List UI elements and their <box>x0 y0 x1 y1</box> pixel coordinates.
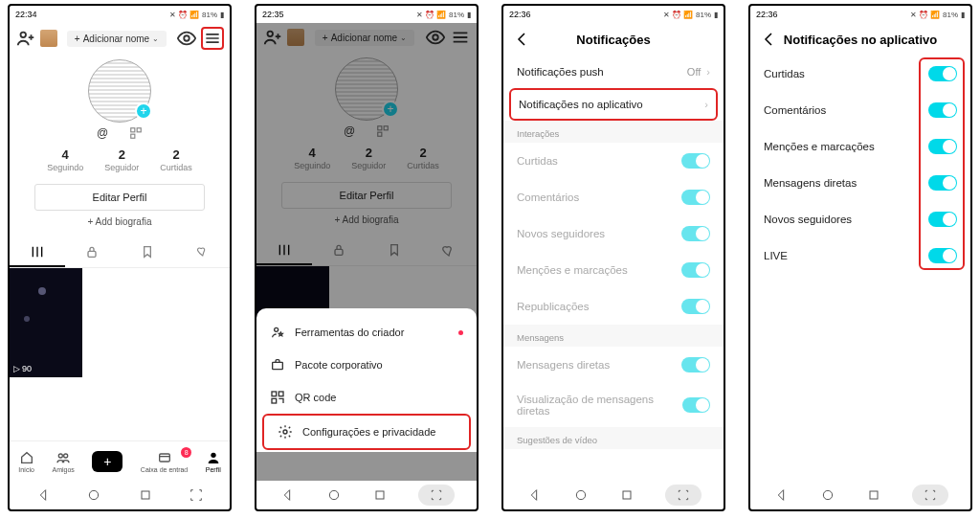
bottom-nav: Início Amigos + Caixa de entrad8 Perfil <box>10 440 230 481</box>
android-home[interactable] <box>572 486 590 504</box>
page-title: Notificações <box>530 33 697 47</box>
nav-inbox[interactable]: Caixa de entrad8 <box>141 450 188 473</box>
toggle[interactable] <box>928 248 957 263</box>
add-friend-icon[interactable] <box>15 28 36 49</box>
screen-header: Notificações <box>503 23 724 56</box>
android-recent[interactable] <box>371 486 389 504</box>
edit-profile-button[interactable]: Editar Perfil <box>34 184 205 211</box>
avatar[interactable]: + <box>88 59 151 123</box>
tab-saved[interactable] <box>120 238 175 267</box>
back-button[interactable] <box>760 31 777 48</box>
toggle[interactable] <box>681 153 710 169</box>
tab-liked[interactable] <box>175 238 231 267</box>
toggle[interactable] <box>928 175 957 191</box>
svg-point-28 <box>823 490 832 499</box>
chevron-right-icon: › <box>706 66 710 78</box>
menu-creator-tools[interactable]: Ferramentas do criador <box>256 316 477 349</box>
row-message-previews[interactable]: Visualização de mensagens diretas <box>503 383 724 427</box>
tab-grid[interactable] <box>10 238 65 267</box>
android-back[interactable] <box>278 486 296 504</box>
android-recent[interactable] <box>618 486 635 504</box>
status-icons: ✕ ⏰ 📶 81% ▮ <box>169 11 224 19</box>
svg-point-26 <box>576 490 585 499</box>
status-icons: ✕ ⏰ 📶 81% ▮ <box>663 11 718 19</box>
section-messages: Mensagens <box>503 325 724 347</box>
row-new-followers[interactable]: Novos seguidores <box>503 215 724 252</box>
gift-icon[interactable] <box>40 30 57 47</box>
toggle[interactable] <box>681 190 710 205</box>
row-label: Republicações <box>517 301 589 312</box>
android-screenshot[interactable] <box>665 485 702 506</box>
status-time: 22:36 <box>756 10 778 19</box>
row-label: Comentários <box>764 104 826 116</box>
row-reposts[interactable]: Republicações <box>503 288 724 325</box>
row-label: Comentários <box>517 192 579 203</box>
row-in-app-notifications[interactable]: Notificações no aplicativo › <box>511 90 716 119</box>
android-back[interactable] <box>34 486 52 504</box>
nav-profile[interactable]: Perfil <box>206 450 221 473</box>
notification-dot <box>458 330 463 335</box>
android-home[interactable] <box>819 486 836 504</box>
toggle[interactable] <box>681 226 710 241</box>
menu-qr-code[interactable]: QR code <box>256 381 477 414</box>
toggle[interactable] <box>928 139 957 154</box>
row-direct-messages[interactable]: Mensagens diretas <box>750 165 970 201</box>
android-screenshot[interactable] <box>188 486 205 504</box>
row-label: Mensagens diretas <box>517 359 610 371</box>
hamburger-menu-button[interactable] <box>201 27 224 50</box>
android-nav <box>750 481 970 509</box>
views-icon[interactable] <box>176 28 197 49</box>
add-bio-button[interactable]: + Add biografia <box>10 216 230 227</box>
android-screenshot[interactable] <box>912 485 948 506</box>
android-recent[interactable] <box>865 486 882 504</box>
tab-locked[interactable] <box>65 238 121 267</box>
stat-followers[interactable]: 2Seguidor <box>104 147 139 172</box>
android-home[interactable] <box>325 486 343 504</box>
toggle[interactable] <box>681 299 710 314</box>
back-button[interactable] <box>513 31 530 48</box>
row-push-notifications[interactable]: Notificações push Off › <box>503 56 724 88</box>
row-direct-messages[interactable]: Mensagens diretas <box>503 347 724 383</box>
row-mentions[interactable]: Menções e marcações <box>503 252 724 288</box>
status-time: 22:34 <box>15 10 37 19</box>
qr-small-icon[interactable] <box>129 126 143 140</box>
row-comments[interactable]: Comentários <box>503 179 724 215</box>
android-recent[interactable] <box>137 486 154 504</box>
toggle[interactable] <box>681 357 710 372</box>
android-nav <box>256 481 477 509</box>
menu-settings-privacy[interactable]: Configurações e privacidade <box>264 416 469 448</box>
nav-home[interactable]: Início <box>18 450 34 473</box>
chevron-right-icon: › <box>704 99 708 110</box>
video-thumbnail[interactable]: ▷ 90 <box>10 268 82 377</box>
menu-business-suite[interactable]: Pacote corporativo <box>256 349 477 381</box>
android-back[interactable] <box>525 486 543 504</box>
android-screenshot[interactable] <box>418 485 455 506</box>
row-likes[interactable]: Curtidas <box>503 143 724 179</box>
avatar-plus-icon[interactable]: + <box>135 102 152 120</box>
phone-screen-4: 22:36 ✕ ⏰ 📶 81% ▮ Notificações no aplica… <box>748 4 972 511</box>
bottom-sheet: Ferramentas do criador Pacote corporativ… <box>256 308 477 452</box>
android-back[interactable] <box>772 486 790 504</box>
status-bar: 22:35 ✕ ⏰ 📶 81% ▮ <box>256 6 477 23</box>
toggle[interactable] <box>681 262 710 278</box>
row-label: Notificações push <box>517 66 604 78</box>
nav-friends[interactable]: Amigos <box>52 450 74 473</box>
nav-create[interactable]: + <box>92 451 122 472</box>
toggle[interactable] <box>928 212 957 227</box>
stat-likes[interactable]: 2Curtidas <box>160 147 192 172</box>
row-new-followers[interactable]: Novos seguidores <box>750 201 970 237</box>
row-label: Novos seguidores <box>764 214 852 225</box>
add-name-chip[interactable]: + Adicionar nome ⌄ <box>61 31 172 47</box>
row-live[interactable]: LIVE <box>750 237 970 274</box>
svg-rect-21 <box>278 392 283 396</box>
toggle[interactable] <box>928 66 957 81</box>
toggle[interactable] <box>682 397 710 413</box>
row-label: Curtidas <box>764 68 805 79</box>
svg-rect-3 <box>137 128 141 132</box>
row-mentions[interactable]: Menções e marcações <box>750 128 970 165</box>
row-comments[interactable]: Comentários <box>750 92 970 128</box>
toggle[interactable] <box>928 102 957 118</box>
row-likes[interactable]: Curtidas <box>750 56 970 92</box>
stat-following[interactable]: 4Seguindo <box>47 147 83 172</box>
android-home[interactable] <box>85 486 102 504</box>
